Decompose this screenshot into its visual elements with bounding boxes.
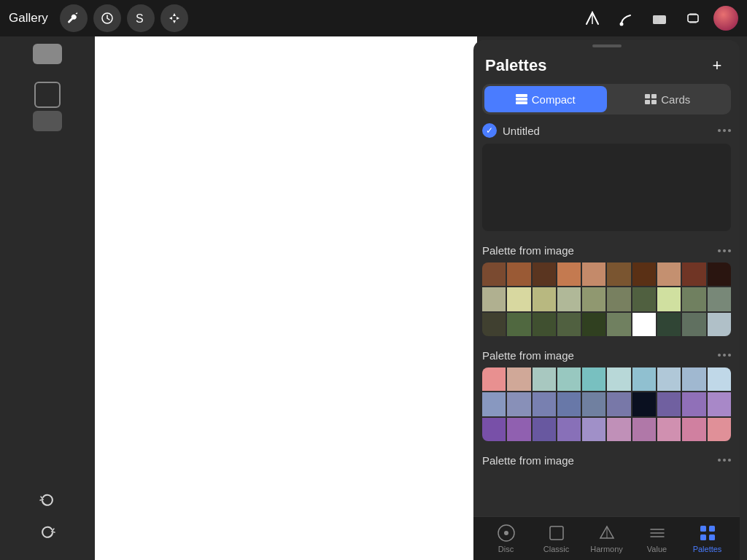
color-cell[interactable] — [632, 313, 656, 336]
brush-size-slider[interactable] — [33, 111, 62, 131]
color-cell[interactable] — [582, 287, 605, 311]
color-cell[interactable] — [657, 368, 681, 391]
color-cell[interactable] — [682, 418, 705, 441]
color-cell[interactable] — [657, 392, 681, 416]
svg-text:S: S — [136, 12, 144, 25]
color-cell[interactable] — [507, 368, 530, 391]
color-cell[interactable] — [632, 368, 656, 391]
color-cell[interactable] — [557, 262, 581, 286]
color-cell[interactable] — [582, 392, 605, 416]
color-cell[interactable] — [657, 313, 681, 336]
color-cell[interactable] — [533, 287, 556, 311]
color-cell[interactable] — [557, 313, 581, 336]
tab-cards-label: Cards — [661, 93, 690, 106]
select-button[interactable]: S — [127, 4, 155, 32]
color-cell[interactable] — [582, 313, 605, 336]
color-cell[interactable] — [482, 287, 506, 311]
drag-handle[interactable] — [473, 40, 740, 49]
nav-palettes[interactable]: Palettes — [687, 524, 727, 553]
color-cell[interactable] — [657, 262, 681, 286]
tab-cards[interactable]: Cards — [607, 86, 729, 112]
canvas[interactable] — [95, 36, 477, 560]
color-cell[interactable] — [607, 262, 630, 286]
color-cell[interactable] — [708, 368, 731, 391]
layers-button[interactable] — [680, 5, 706, 31]
palette-menu-2[interactable] — [718, 354, 731, 357]
color-cell[interactable] — [607, 313, 630, 336]
color-cell[interactable] — [708, 287, 731, 311]
panel-title: Palettes — [485, 56, 546, 75]
brush-opacity-slider[interactable] — [33, 44, 62, 64]
svg-rect-17 — [550, 526, 563, 540]
gallery-button[interactable]: Gallery — [9, 11, 48, 26]
svg-rect-22 — [700, 526, 706, 532]
color-cell[interactable] — [507, 418, 530, 441]
svg-rect-9 — [516, 98, 527, 101]
color-cell[interactable] — [607, 287, 630, 311]
color-cell[interactable] — [682, 287, 705, 311]
color-cell[interactable] — [533, 368, 556, 391]
color-cell[interactable] — [708, 418, 731, 441]
color-cell[interactable] — [582, 418, 605, 441]
color-cell[interactable] — [533, 392, 556, 416]
color-cell[interactable] — [533, 418, 556, 441]
color-cell[interactable] — [682, 392, 705, 416]
color-cell[interactable] — [607, 418, 630, 441]
eraser-tool-button[interactable] — [646, 5, 673, 31]
color-cell[interactable] — [708, 313, 731, 336]
color-cell[interactable] — [657, 418, 681, 441]
color-cell[interactable] — [507, 392, 530, 416]
color-cell[interactable] — [682, 368, 705, 391]
color-cell[interactable] — [482, 418, 506, 441]
color-cell[interactable] — [708, 262, 731, 286]
color-cell[interactable] — [607, 368, 630, 391]
nav-harmony[interactable]: Harmony — [587, 524, 627, 553]
color-cell[interactable] — [482, 368, 506, 391]
palette-check-untitled[interactable]: ✓ — [482, 123, 497, 138]
transform-button[interactable] — [160, 4, 188, 32]
color-cell[interactable] — [507, 262, 530, 286]
nav-classic[interactable]: Classic — [536, 524, 576, 553]
brush-tool-button[interactable] — [613, 5, 639, 31]
color-cell[interactable] — [607, 392, 630, 416]
add-palette-button[interactable]: + — [706, 55, 728, 77]
modify-button[interactable] — [93, 4, 121, 32]
color-cell[interactable] — [533, 313, 556, 336]
color-cell[interactable] — [557, 287, 581, 311]
color-cell[interactable] — [482, 313, 506, 336]
color-cell[interactable] — [557, 368, 581, 391]
undo-button[interactable] — [34, 487, 61, 513]
color-cell[interactable] — [507, 313, 530, 336]
color-cell[interactable] — [682, 313, 705, 336]
shape-tool[interactable] — [34, 82, 61, 108]
nav-value[interactable]: Value — [637, 524, 677, 553]
palette-menu-1[interactable] — [718, 249, 731, 252]
color-cell[interactable] — [632, 262, 656, 286]
color-cell[interactable] — [557, 418, 581, 441]
palette-menu-untitled[interactable] — [718, 129, 731, 132]
color-cell[interactable] — [557, 392, 581, 416]
color-cell[interactable] — [657, 287, 681, 311]
color-cell[interactable] — [482, 392, 506, 416]
palette-menu-3[interactable] — [718, 459, 731, 462]
color-cell[interactable] — [533, 262, 556, 286]
color-cell[interactable] — [632, 392, 656, 416]
color-cell[interactable] — [682, 262, 705, 286]
color-cell[interactable] — [582, 262, 605, 286]
color-cell[interactable] — [632, 287, 656, 311]
color-cell[interactable] — [507, 287, 530, 311]
pen-tool-button[interactable] — [579, 5, 605, 31]
color-cell[interactable] — [482, 262, 506, 286]
color-picker-button[interactable] — [713, 6, 738, 31]
redo-button[interactable] — [34, 519, 61, 545]
svg-rect-12 — [651, 94, 657, 98]
tab-switcher: Compact Cards — [482, 84, 731, 114]
color-cell[interactable] — [582, 368, 605, 391]
palette-name-row-2: Palette from image — [482, 349, 574, 362]
tab-compact[interactable]: Compact — [484, 86, 607, 112]
nav-disc[interactable]: Disc — [486, 524, 526, 553]
color-cell[interactable] — [632, 418, 656, 441]
color-cell[interactable] — [708, 392, 731, 416]
value-icon — [648, 524, 667, 542]
wrench-button[interactable] — [60, 4, 88, 32]
